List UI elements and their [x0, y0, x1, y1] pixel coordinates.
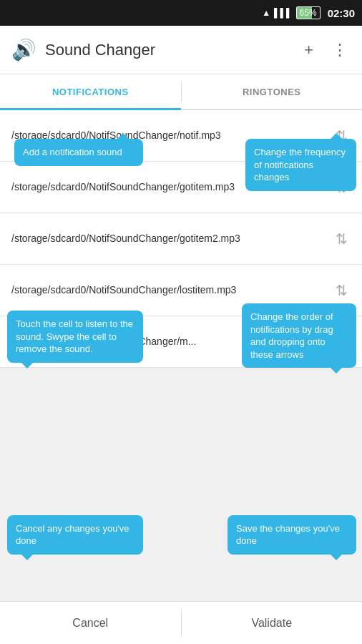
sound-item-path-3: /storage/sdcard0/NotifSoundChanger/losti…: [11, 283, 333, 298]
tooltip-change-frequency: Change the frequency of notifications ch…: [245, 139, 356, 191]
tab-notifications[interactable]: NOTIFICATIONS: [0, 74, 181, 109]
status-icons: ▲ ▌▌▌ 65% 02:30: [262, 6, 355, 19]
tooltip-save-changes: Save the changes you've done: [228, 515, 356, 555]
add-button[interactable]: +: [301, 38, 316, 62]
sound-item-path-2: /storage/sdcard0/NotifSoundChanger/gotit…: [11, 232, 333, 246]
sort-icon-3[interactable]: ⇅: [333, 279, 351, 302]
tab-ringtones[interactable]: RINGTONES: [182, 74, 363, 109]
cancel-button[interactable]: Cancel: [0, 602, 181, 644]
tabs: NOTIFICATIONS RINGTONES: [0, 74, 362, 110]
tooltip-change-order: Change the order of notifications by dra…: [242, 303, 356, 368]
battery-icon: 65%: [296, 6, 321, 19]
main-content: /storage/sdcard0/NotifSoundChanger/notif…: [0, 110, 362, 601]
tooltip-add-sound: Add a notification sound: [14, 139, 143, 166]
sound-changer-icon: 🔊: [11, 38, 36, 62]
validate-button[interactable]: Validate: [182, 602, 363, 644]
tooltip-touch-cell: Touch the cell to listen to the sound. S…: [7, 311, 143, 363]
tooltip-cancel-changes: Cancel any changes you've done: [7, 515, 143, 555]
status-bar: ▲ ▌▌▌ 65% 02:30: [0, 0, 362, 26]
app-title: Sound Changer: [45, 41, 301, 59]
wifi-icon: ▲: [262, 8, 270, 18]
status-time: 02:30: [328, 7, 355, 19]
signal-icon: ▌▌▌: [274, 8, 293, 18]
more-button[interactable]: ⋮: [329, 38, 351, 62]
bottom-bar: Cancel Validate: [0, 601, 362, 644]
app-bar-actions: + ⋮: [301, 38, 351, 62]
app-bar: 🔊 Sound Changer + ⋮: [0, 26, 362, 74]
sound-item-2[interactable]: /storage/sdcard0/NotifSoundChanger/gotit…: [0, 213, 362, 265]
sort-icon-2[interactable]: ⇅: [333, 228, 351, 250]
